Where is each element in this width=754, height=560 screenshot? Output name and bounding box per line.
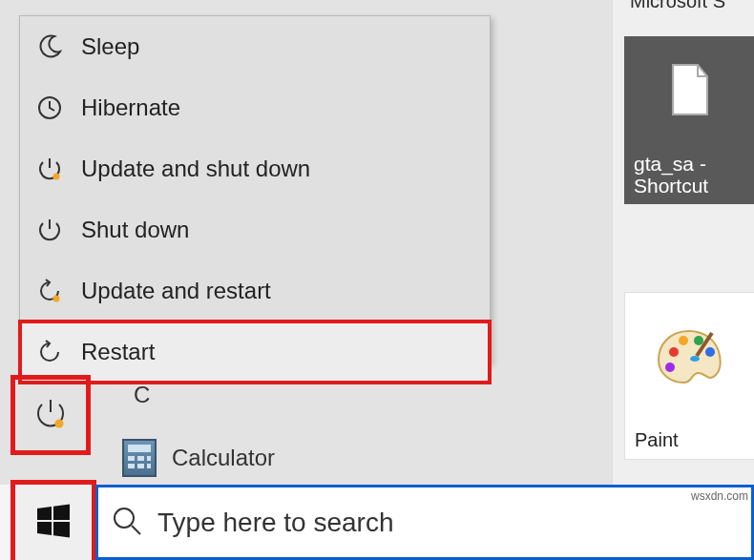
menu-item-label: Update and shut down xyxy=(81,156,310,182)
calculator-icon xyxy=(122,439,157,477)
menu-item-label: Update and restart xyxy=(81,278,271,304)
svg-point-9 xyxy=(55,420,64,428)
start-button[interactable] xyxy=(15,485,92,560)
power-menu-shutdown[interactable]: Shut down xyxy=(20,199,490,260)
menu-item-label: Sleep xyxy=(81,33,139,60)
svg-point-2 xyxy=(694,336,703,345)
svg-point-8 xyxy=(53,296,60,302)
power-menu-hibernate[interactable]: Hibernate xyxy=(20,77,490,138)
svg-point-4 xyxy=(665,363,675,372)
document-icon xyxy=(669,63,711,116)
paint-palette-icon xyxy=(655,327,725,390)
power-update-icon xyxy=(35,156,64,181)
menu-item-label: Shut down xyxy=(81,217,189,243)
app-item-label: Calculator xyxy=(172,445,275,471)
power-button[interactable] xyxy=(15,380,86,450)
restart-icon xyxy=(35,340,64,364)
apps-letter-header[interactable]: C xyxy=(134,382,150,408)
menu-item-label: Restart xyxy=(81,339,155,365)
svg-point-3 xyxy=(705,347,715,357)
app-item-calculator[interactable]: Calculator xyxy=(122,439,275,477)
menu-item-label: Hibernate xyxy=(81,94,180,121)
search-icon xyxy=(112,506,142,540)
power-update-icon xyxy=(34,397,67,433)
tile-label: Paint xyxy=(635,429,745,451)
search-placeholder: Type here to search xyxy=(157,508,393,538)
windows-logo-icon xyxy=(35,503,72,543)
power-menu: Sleep Hibernate Update and shut down Shu… xyxy=(19,15,491,363)
svg-point-7 xyxy=(53,174,60,180)
power-menu-sleep[interactable]: Sleep xyxy=(20,16,490,77)
power-menu-update-restart[interactable]: Update and restart xyxy=(20,260,490,321)
clock-icon xyxy=(35,95,64,120)
power-menu-restart[interactable]: Restart xyxy=(20,321,490,383)
moon-icon xyxy=(35,34,64,59)
svg-point-1 xyxy=(679,336,688,345)
tile-label: gta_sa - Shortcut xyxy=(634,153,746,197)
tile-paint[interactable]: Paint xyxy=(624,292,754,460)
svg-point-10 xyxy=(115,508,134,528)
watermark: wsxdn.com xyxy=(691,489,748,503)
power-menu-update-shutdown[interactable]: Update and shut down xyxy=(20,138,490,199)
restart-update-icon xyxy=(35,279,64,303)
taskbar-search[interactable]: Type here to search xyxy=(95,485,754,560)
tile-group-label: Microsoft S xyxy=(630,0,725,12)
tile-gta-shortcut[interactable]: gta_sa - Shortcut xyxy=(624,36,754,204)
svg-point-5 xyxy=(690,356,700,362)
svg-point-0 xyxy=(669,347,679,357)
svg-line-11 xyxy=(132,526,140,534)
power-icon xyxy=(35,218,64,242)
start-tiles-column: Microsoft S gta_sa - Shortcut xyxy=(611,0,754,560)
